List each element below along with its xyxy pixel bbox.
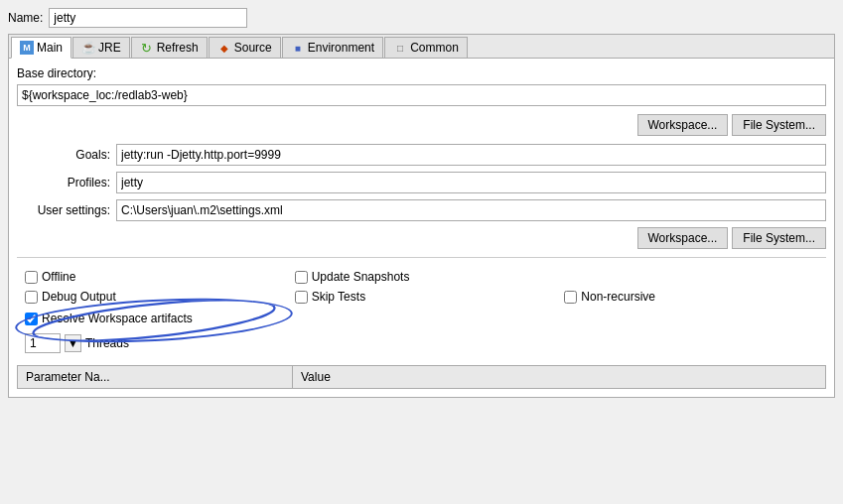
environment-icon: ■ xyxy=(291,41,305,55)
base-directory-label: Base directory: xyxy=(17,66,826,80)
tab-common-label: Common xyxy=(410,41,459,55)
jre-icon: ☕ xyxy=(81,41,95,55)
profiles-row: Profiles: xyxy=(17,172,826,193)
skip-tests-label: Skip Tests xyxy=(312,290,365,304)
divider xyxy=(17,257,826,258)
tab-common[interactable]: □ Common xyxy=(384,37,468,58)
offline-checkbox[interactable] xyxy=(25,271,38,284)
debug-output-label: Debug Output xyxy=(42,290,116,304)
threads-row: ▼ Threads xyxy=(25,333,818,353)
threads-input[interactable] xyxy=(25,333,61,353)
refresh-icon: ↻ xyxy=(140,41,154,55)
common-icon: □ xyxy=(393,41,407,55)
spacer-1 xyxy=(564,270,818,284)
tab-refresh-label: Refresh xyxy=(157,41,199,55)
params-table: Parameter Na... Value xyxy=(17,365,826,389)
tab-jre[interactable]: ☕ JRE xyxy=(72,37,130,58)
skip-tests-checkbox-item: Skip Tests xyxy=(295,290,549,304)
checkboxes-section: Offline Update Snapshots Debug Output Sk… xyxy=(17,266,826,365)
non-recursive-label: Non-recursive xyxy=(581,290,655,304)
filesystem-button-2[interactable]: File System... xyxy=(732,227,826,249)
tab-environment-label: Environment xyxy=(308,41,374,55)
tab-refresh[interactable]: ↻ Refresh xyxy=(131,37,208,58)
resolve-workspace-checkbox[interactable] xyxy=(25,313,38,325)
non-recursive-checkbox-item: Non-recursive xyxy=(564,290,818,304)
update-snapshots-checkbox[interactable] xyxy=(295,271,308,284)
name-label: Name: xyxy=(8,11,43,25)
debug-output-checkbox[interactable] xyxy=(25,291,38,304)
params-table-header: Parameter Na... Value xyxy=(18,366,825,388)
checkbox-grid: Offline Update Snapshots Debug Output Sk… xyxy=(25,270,818,304)
tab-jre-label: JRE xyxy=(98,41,121,55)
tab-source[interactable]: ◆ Source xyxy=(209,37,281,58)
tab-main[interactable]: M Main xyxy=(11,37,71,59)
params-col-value: Value xyxy=(293,366,825,388)
non-recursive-checkbox[interactable] xyxy=(564,291,577,304)
resolve-workspace-label: Resolve Workspace artifacts xyxy=(42,312,193,325)
source-icon: ◆ xyxy=(217,41,231,55)
base-dir-buttons: Workspace... File System... xyxy=(17,114,826,136)
user-settings-input[interactable] xyxy=(116,199,826,221)
tab-environment[interactable]: ■ Environment xyxy=(282,37,383,58)
threads-dropdown[interactable]: ▼ xyxy=(65,334,81,352)
user-settings-buttons: Workspace... File System... xyxy=(17,227,826,249)
profiles-label: Profiles: xyxy=(17,176,116,189)
workspace-button-2[interactable]: Workspace... xyxy=(637,227,729,249)
debug-output-checkbox-item: Debug Output xyxy=(25,290,279,304)
profiles-input[interactable] xyxy=(116,172,826,193)
tabs-bar: M Main ☕ JRE ↻ Refresh ◆ Source ■ Enviro… xyxy=(8,34,835,58)
workspace-button-1[interactable]: Workspace... xyxy=(637,114,729,136)
name-input[interactable] xyxy=(49,8,247,28)
offline-label: Offline xyxy=(42,270,75,284)
offline-checkbox-item: Offline xyxy=(25,270,279,284)
base-directory-input[interactable] xyxy=(17,84,826,106)
filesystem-button-1[interactable]: File System... xyxy=(732,114,826,136)
skip-tests-checkbox[interactable] xyxy=(295,291,308,304)
main-container: Name: M Main ☕ JRE ↻ Refresh ◆ Source ■ … xyxy=(0,0,843,504)
goals-input[interactable] xyxy=(116,144,826,166)
update-snapshots-label: Update Snapshots xyxy=(312,270,410,284)
goals-row: Goals: xyxy=(17,144,826,166)
resolve-workspace-row: Resolve Workspace artifacts xyxy=(25,312,818,325)
tab-source-label: Source xyxy=(234,41,272,55)
threads-label: Threads xyxy=(85,336,129,350)
tab-main-label: Main xyxy=(37,41,63,55)
params-col-name: Parameter Na... xyxy=(18,366,293,388)
main-icon: M xyxy=(20,41,34,55)
name-row: Name: xyxy=(8,8,835,28)
update-snapshots-checkbox-item: Update Snapshots xyxy=(295,270,549,284)
main-panel: Base directory: Workspace... File System… xyxy=(8,58,835,398)
user-settings-row: User settings: xyxy=(17,199,826,221)
user-settings-label: User settings: xyxy=(17,203,116,217)
base-directory-row xyxy=(17,84,826,106)
goals-label: Goals: xyxy=(17,148,116,162)
